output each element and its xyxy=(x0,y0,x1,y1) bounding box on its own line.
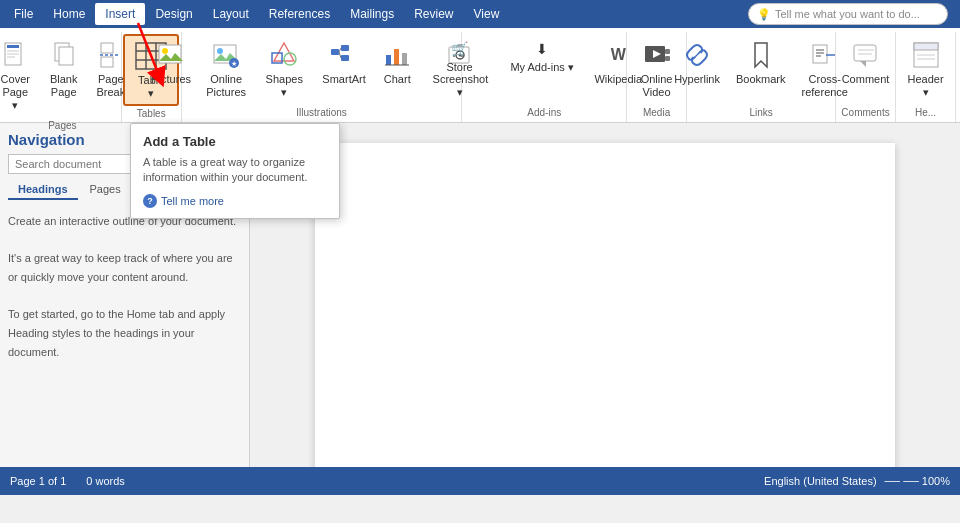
header-icon xyxy=(910,39,942,71)
svg-point-18 xyxy=(217,48,223,54)
smartart-label: SmartArt xyxy=(322,73,365,86)
hyperlink-label: Hyperlink xyxy=(674,73,720,86)
store-label: Store xyxy=(446,61,472,74)
menu-mailings[interactable]: Mailings xyxy=(340,3,404,25)
tell-me-more-text: Tell me more xyxy=(161,195,224,207)
svg-rect-52 xyxy=(914,43,938,50)
ribbon-group-header: Header ▾ He... xyxy=(896,32,956,122)
bookmark-icon xyxy=(745,39,777,71)
menu-view[interactable]: View xyxy=(464,3,510,25)
menu-home[interactable]: Home xyxy=(43,3,95,25)
svg-rect-47 xyxy=(854,45,876,61)
navigation-content: Create an interactive outline of your do… xyxy=(8,208,241,366)
chart-icon xyxy=(381,39,413,71)
tell-me-text: Tell me what you want to do... xyxy=(775,8,920,20)
help-icon: ? xyxy=(143,194,157,208)
lightbulb-icon: 💡 xyxy=(757,8,771,21)
tables-group-label: Tables xyxy=(137,106,166,121)
hyperlink-icon xyxy=(681,39,713,71)
tell-me-bar[interactable]: 💡 Tell me what you want to do... xyxy=(748,3,948,25)
shapes-button[interactable]: Shapes ▾ xyxy=(256,34,313,104)
online-pictures-icon: ★ xyxy=(210,39,242,71)
media-group-label: Media xyxy=(643,105,670,120)
svg-rect-30 xyxy=(394,49,399,65)
ribbon-group-illustrations: Pictures ★ OnlinePictures Shapes ▾ Smart… xyxy=(182,32,463,122)
header-button[interactable]: Header ▾ xyxy=(900,34,950,104)
addins-group-label: Add-ins xyxy=(527,105,561,120)
cover-page-icon xyxy=(0,39,31,71)
hyperlink-button[interactable]: Hyperlink xyxy=(667,34,727,91)
ribbon: CoverPage ▾ BlankPage PageBreak Pages xyxy=(0,28,960,123)
svg-marker-41 xyxy=(755,43,767,67)
smartart-button[interactable]: SmartArt xyxy=(317,34,371,91)
menu-layout[interactable]: Layout xyxy=(203,3,259,25)
document-area[interactable] xyxy=(250,123,960,467)
svg-rect-31 xyxy=(402,53,407,65)
menu-references[interactable]: References xyxy=(259,3,340,25)
pages-tab[interactable]: Pages xyxy=(80,180,131,200)
word-count: 0 words xyxy=(86,475,125,487)
language-status: English (United States) xyxy=(764,475,877,487)
svg-rect-26 xyxy=(341,55,349,61)
ribbon-group-links: Hyperlink Bookmark Cross-reference Links xyxy=(687,32,836,122)
header-label: Header ▾ xyxy=(907,73,943,99)
comment-label: Comment xyxy=(842,73,890,86)
smartart-icon xyxy=(328,39,360,71)
document-page[interactable] xyxy=(315,143,895,467)
store-button[interactable]: 🛒 Store xyxy=(439,34,499,79)
my-addins-label: My Add-ins ▾ xyxy=(510,61,573,74)
svg-line-40 xyxy=(694,52,700,58)
svg-rect-42 xyxy=(813,45,827,63)
ribbon-group-comments: Comment Comments xyxy=(836,32,896,122)
store-icon: 🛒 xyxy=(450,39,470,59)
menu-insert[interactable]: Insert xyxy=(95,3,145,25)
comments-group-label: Comments xyxy=(841,105,889,120)
blank-page-button[interactable]: BlankPage xyxy=(41,34,86,104)
online-pictures-button[interactable]: ★ OnlinePictures xyxy=(201,34,252,104)
svg-point-16 xyxy=(162,48,168,54)
svg-line-27 xyxy=(339,48,341,52)
menu-bar: File Home Insert Design Layout Reference… xyxy=(0,0,960,28)
tooltip-description: A table is a great way to organize infor… xyxy=(143,155,327,186)
svg-rect-1 xyxy=(7,45,19,48)
cover-page-label: CoverPage ▾ xyxy=(0,73,32,113)
menu-design[interactable]: Design xyxy=(145,3,202,25)
menu-review[interactable]: Review xyxy=(404,3,463,25)
svg-rect-25 xyxy=(341,45,349,51)
menu-file[interactable]: File xyxy=(4,3,43,25)
online-pictures-label: OnlinePictures xyxy=(206,73,246,99)
comment-icon xyxy=(850,39,882,71)
pictures-label: Pictures xyxy=(151,73,191,86)
blank-page-label: BlankPage xyxy=(50,73,78,99)
links-group-label: Links xyxy=(749,105,772,120)
my-addins-icon: ⬇ xyxy=(532,39,552,59)
bookmark-button[interactable]: Bookmark xyxy=(729,34,793,91)
svg-rect-7 xyxy=(101,43,113,53)
shapes-icon xyxy=(268,39,300,71)
headings-tab[interactable]: Headings xyxy=(8,180,78,200)
shapes-label: Shapes ▾ xyxy=(263,73,306,99)
svg-text:★: ★ xyxy=(231,60,237,67)
svg-rect-9 xyxy=(101,57,113,67)
pictures-button[interactable]: Pictures xyxy=(146,34,197,91)
pictures-icon xyxy=(155,39,187,71)
svg-rect-24 xyxy=(331,49,339,55)
ribbon-group-addins: 🛒 Store ⬇ My Add-ins ▾ W Wikipedia Add-i… xyxy=(462,32,627,122)
comment-button[interactable]: Comment xyxy=(835,34,897,91)
svg-marker-48 xyxy=(860,61,866,67)
my-addins-button[interactable]: ⬇ My Add-ins ▾ xyxy=(503,34,583,79)
chart-button[interactable]: Chart xyxy=(375,34,419,91)
header-group-label: He... xyxy=(915,105,936,120)
status-bar: Page 1 of 1 0 words English (United Stat… xyxy=(0,467,960,495)
status-right: English (United States) ── ── 100% xyxy=(764,475,950,487)
pages-group-label: Pages xyxy=(48,118,76,133)
svg-line-28 xyxy=(339,52,341,58)
svg-rect-29 xyxy=(386,55,391,65)
table-tooltip: Add a Table A table is a great way to or… xyxy=(130,123,340,219)
nav-line-3: To get started, go to the Home tab and a… xyxy=(8,305,241,361)
svg-rect-6 xyxy=(59,47,73,65)
zoom-slider[interactable]: ── ── 100% xyxy=(885,475,950,487)
tooltip-link[interactable]: ? Tell me more xyxy=(143,194,327,208)
cover-page-button[interactable]: CoverPage ▾ xyxy=(0,34,39,118)
tooltip-title: Add a Table xyxy=(143,134,327,149)
